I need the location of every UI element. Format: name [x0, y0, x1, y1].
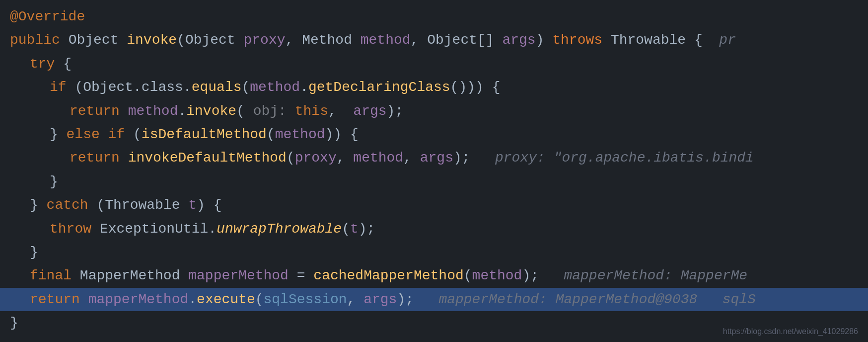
code-line-8: } [0, 170, 868, 193]
code-line-3: try { [0, 52, 868, 76]
code-line-6: } else if ( isDefaultMethod ( method )) … [0, 123, 868, 146]
code-line-7: return invokeDefaultMethod ( proxy , met… [0, 146, 868, 170]
code-line-4: if ( Object.class. equals ( method . get… [0, 76, 868, 99]
annotation-override: @Override [10, 6, 85, 27]
code-line-12: final MapperMethod mapperMethod = cached… [0, 264, 868, 287]
code-line-13: return mapperMethod . execute ( sqlSessi… [0, 288, 868, 311]
code-line-5: return method . invoke ( obj: this , arg… [0, 99, 868, 123]
code-line-11: } [0, 241, 868, 264]
code-viewer: @Override public Object invoke ( Object … [0, 0, 868, 342]
code-line-9: } catch ( Throwable t ) { [0, 193, 868, 217]
code-line-2: public Object invoke ( Object proxy , Me… [0, 28, 868, 52]
code-line-10: throw ExceptionUtil. unwrapThrowable ( t… [0, 217, 868, 241]
watermark: https://blog.csdn.net/weixin_41029286 [723, 327, 858, 336]
code-line-1: @Override [0, 5, 868, 28]
